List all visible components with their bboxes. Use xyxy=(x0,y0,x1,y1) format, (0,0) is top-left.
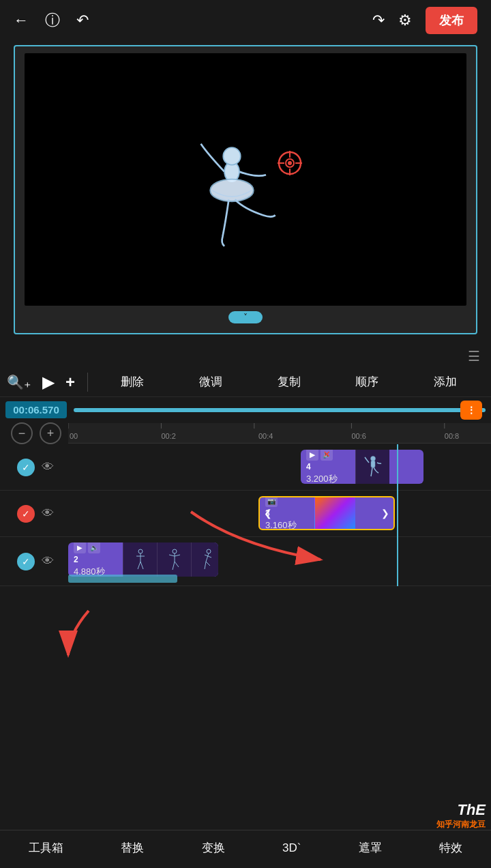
svg-point-18 xyxy=(173,549,177,553)
svg-point-19 xyxy=(207,549,211,553)
track-row-3: ✓ 👁 ❮ 📷 3 3.160秒 ❯ xyxy=(0,491,491,537)
clip-2-id-label: 2 xyxy=(74,555,117,564)
time-display-row: 00:06.570 ⋮ xyxy=(0,397,491,422)
tab-3d[interactable]: 3D` xyxy=(274,839,309,858)
clip-2-icons: ▶ 🔈 xyxy=(74,542,117,553)
delete-action[interactable]: 删除 xyxy=(117,371,148,392)
mute-icon-2: 🔈 xyxy=(88,542,100,553)
play-button[interactable]: ▶ xyxy=(42,373,55,392)
clip-2-thumb-1 xyxy=(123,542,157,577)
ruler-06: 00:6 xyxy=(351,432,366,440)
clip-3-nav-right[interactable]: ❯ xyxy=(378,506,392,520)
dancer-thumb-2b xyxy=(165,547,184,573)
time-ruler: 00 00:2 00:4 00:6 00:8 xyxy=(68,423,491,444)
undo-button[interactable]: ↶ xyxy=(76,12,89,29)
clip-2-thumb-2 xyxy=(157,542,191,577)
clip-4-number: ▶ 🔈 ✕ xyxy=(306,450,350,462)
scrubber-handle[interactable] xyxy=(228,311,263,323)
clip-2-thumb-3 xyxy=(191,542,218,577)
clip-4-icons: ▶ 🔈 ✕ xyxy=(306,450,333,461)
track-eye-4[interactable]: 👁 xyxy=(42,460,54,474)
add-action[interactable]: 添加 xyxy=(430,371,461,392)
svg-point-2 xyxy=(210,179,254,202)
svg-rect-16 xyxy=(371,461,375,467)
timeline-area: ☰ 🔍₊ ▶ + 删除 微调 复制 顺序 添加 00:06.570 ⋮ − + … xyxy=(0,341,491,586)
mute-icon-4: 🔈 ✕ xyxy=(321,450,333,461)
video-icon-4: ▶ xyxy=(306,450,318,461)
track-controls-3: ✓ 👁 xyxy=(0,505,68,523)
ruler-ticks xyxy=(68,423,491,443)
ruler-00: 00 xyxy=(70,432,78,440)
order-action[interactable]: 顺序 xyxy=(351,371,383,392)
toolbar-icon-group: 🔍₊ ▶ + xyxy=(7,373,75,392)
top-bar-right: ↷ ⚙ 发布 xyxy=(372,7,477,34)
watermark: ThE 知乎河南龙豆 xyxy=(436,801,486,830)
preview-frame xyxy=(14,45,477,334)
preview-scrubber[interactable] xyxy=(25,311,466,326)
clip-4-duration: 3.200秒 xyxy=(306,473,350,484)
tracks-container: ✓ 👁 ▶ 🔈 ✕ xyxy=(0,444,491,586)
clip-3-nav-left[interactable]: ❮ xyxy=(261,506,275,520)
svg-point-9 xyxy=(288,161,292,165)
clip-4-id-label: 4 xyxy=(306,462,350,472)
clip-4[interactable]: ▶ 🔈 ✕ 4 3.200秒 xyxy=(301,450,423,484)
ruler-04: 00:4 xyxy=(258,432,273,440)
tab-toolbox[interactable]: 工具箱 xyxy=(20,837,72,858)
track-content-4: ▶ 🔈 ✕ 4 3.200秒 xyxy=(68,444,491,490)
tab-replace[interactable]: 替换 xyxy=(113,837,152,858)
clip-2-info: ▶ 🔈 2 4.880秒 xyxy=(68,542,123,577)
clip-3-duration: 3.160秒 xyxy=(265,519,309,530)
zoom-in-button[interactable]: + xyxy=(40,422,61,444)
clip-4-thumb-1 xyxy=(355,450,389,484)
ruler-02: 00:2 xyxy=(161,432,175,440)
preview-area xyxy=(0,41,491,341)
track-controls-4: ✓ 👁 xyxy=(0,459,68,476)
clip-3[interactable]: ❮ 📷 3 3.160秒 ❯ xyxy=(258,496,395,530)
image-icon-3: 📷 xyxy=(265,496,278,507)
track-content-3: ❮ 📷 3 3.160秒 ❯ xyxy=(68,491,491,536)
current-time-display: 00:06.570 xyxy=(5,401,67,418)
top-bar: ← ⓘ ↶ ↷ ⚙ 发布 xyxy=(0,0,491,41)
back-button[interactable]: ← xyxy=(14,12,29,29)
hamburger-row: ☰ xyxy=(0,341,491,367)
track-controls-2: ✓ 👁 xyxy=(0,553,68,570)
track-check-4[interactable]: ✓ xyxy=(17,459,35,476)
dancer-thumb-2a xyxy=(131,547,150,573)
copy-action[interactable]: 复制 xyxy=(273,371,305,392)
tab-effects[interactable]: 特效 xyxy=(431,837,471,858)
track-eye-3[interactable]: 👁 xyxy=(42,506,54,521)
track-row-4: ✓ 👁 ▶ 🔈 ✕ xyxy=(0,444,491,491)
scrubber-thumb[interactable]: ⋮ xyxy=(460,401,482,420)
ruler-row: − + 00 00:2 00:4 00:6 00:8 xyxy=(0,422,491,444)
zoom-out-button[interactable]: − xyxy=(11,422,33,444)
tab-transform[interactable]: 变换 xyxy=(194,837,233,858)
target-icon xyxy=(276,149,303,177)
settings-button[interactable]: ⚙ xyxy=(398,12,412,29)
toolbar: 🔍₊ ▶ + 删除 微调 复制 顺序 添加 xyxy=(0,367,491,397)
publish-button[interactable]: 发布 xyxy=(426,7,477,34)
clip-3-thumb xyxy=(314,496,355,530)
time-scrubber[interactable]: ⋮ xyxy=(74,408,486,412)
preview-video[interactable] xyxy=(25,53,466,306)
bottom-tabs: 工具箱 替换 变换 3D` 遮罩 特效 xyxy=(0,830,491,868)
video-icon-2: ▶ xyxy=(74,542,86,553)
track-check-2[interactable]: ✓ xyxy=(17,553,35,570)
top-bar-left: ← ⓘ ↶ xyxy=(14,10,89,31)
zoom-controls: − + xyxy=(0,422,68,444)
toolbar-actions: 删除 微调 复制 顺序 添加 xyxy=(93,371,484,392)
add-clip-button[interactable]: + xyxy=(65,373,75,392)
fine-tune-action[interactable]: 微调 xyxy=(195,371,226,392)
sub-track-bar xyxy=(68,575,177,583)
redo-button[interactable]: ↷ xyxy=(372,12,385,29)
svg-point-17 xyxy=(138,549,143,553)
track-check-3[interactable]: ✓ xyxy=(17,505,35,523)
hamburger-icon[interactable]: ☰ xyxy=(468,348,480,364)
track-content-2: ▶ 🔈 2 4.880秒 xyxy=(68,537,491,585)
track-eye-2[interactable]: 👁 xyxy=(42,554,54,568)
zoom-in-icon[interactable]: 🔍₊ xyxy=(7,374,31,390)
clip-2[interactable]: ▶ 🔈 2 4.880秒 xyxy=(68,542,218,577)
help-button[interactable]: ⓘ xyxy=(45,10,60,31)
dancer-thumb-1 xyxy=(363,454,383,480)
watermark-the: ThE xyxy=(457,801,486,819)
tab-mask[interactable]: 遮罩 xyxy=(351,837,390,858)
